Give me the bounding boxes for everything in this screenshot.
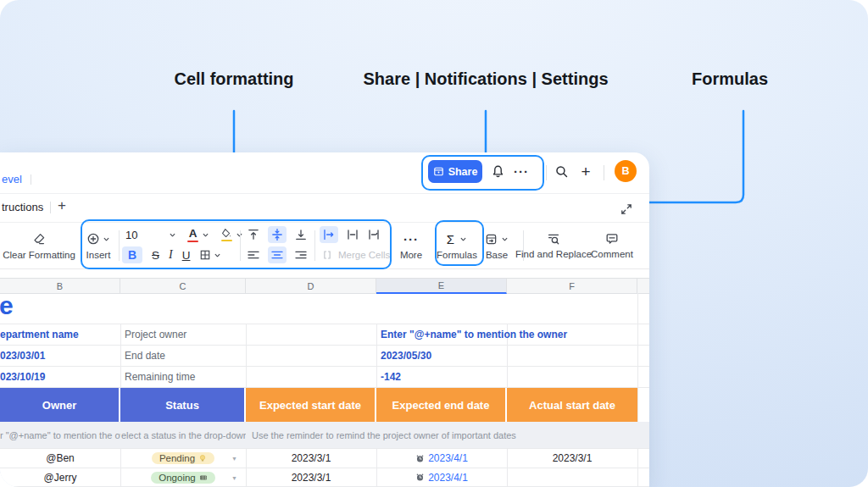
font-size-dropdown[interactable]: 10 xyxy=(125,229,176,241)
plus-icon: + xyxy=(581,163,590,180)
header-expected-start[interactable]: Expected start date xyxy=(246,388,376,422)
hint-owner: r "@+name" to mention the ow xyxy=(0,422,120,449)
cell-project-owner: Project owner xyxy=(125,329,186,340)
chevron-down-icon xyxy=(169,231,176,239)
cell-status-dropdown[interactable]: Ongoing ▼ xyxy=(120,468,246,486)
text-clip-button[interactable] xyxy=(367,228,381,241)
borders-button[interactable] xyxy=(199,249,221,261)
header-owner[interactable]: Owner xyxy=(0,388,120,422)
caret-down-icon: ▼ xyxy=(231,456,237,462)
font-size-value: 10 xyxy=(125,229,137,241)
clear-formatting-label: Clear Formatting xyxy=(3,250,75,260)
formatting-toolbar: Clear Formatting Insert 10 xyxy=(0,222,649,269)
header-expected-end[interactable]: Expected end date xyxy=(376,388,507,422)
bold-button[interactable]: B xyxy=(122,246,142,263)
cell-remaining-time-label: Remaining time xyxy=(125,371,195,383)
cell-owner[interactable]: @Ben xyxy=(0,449,120,468)
chevron-down-icon xyxy=(202,231,209,239)
vertical-align-middle-button[interactable] xyxy=(268,226,287,243)
formulas-label: Formulas xyxy=(437,250,477,260)
cell-expected-start[interactable]: 2023/3/1 xyxy=(246,468,376,486)
toolbar-divider xyxy=(314,230,315,261)
cell-status-dropdown[interactable]: Pending ▼ xyxy=(120,449,246,468)
strikethrough-button[interactable]: S xyxy=(152,249,159,262)
cell-current-date: 023/10/19 xyxy=(0,371,45,383)
breadcrumb[interactable]: evel xyxy=(2,173,22,185)
vertical-align-bottom-button[interactable] xyxy=(294,228,308,241)
column-header-c[interactable]: C xyxy=(120,279,246,294)
table-row: @Ben Pending ▼ 2023/3/1 2023/4/1 2023/3/… xyxy=(0,449,649,468)
more-tools-button[interactable]: ··· More xyxy=(392,223,431,268)
tab-instructions[interactable]: tructions xyxy=(2,201,43,213)
callout-label-formulas: Formulas xyxy=(692,69,768,89)
info-row-1[interactable]: epartment name Project owner Enter "@+na… xyxy=(0,324,649,346)
new-document-button[interactable]: + xyxy=(576,162,595,180)
clear-formatting-button[interactable]: Clear Formatting xyxy=(0,223,78,268)
expand-icon[interactable] xyxy=(620,202,633,216)
sheet-tab-bar: tructions + xyxy=(0,193,649,222)
comment-label: Comment xyxy=(591,249,633,259)
breadcrumb-divider xyxy=(31,174,31,185)
window-topbar: evel Share ··· xyxy=(0,152,649,194)
cell-department-name: epartment name xyxy=(0,329,79,340)
cell-expected-end[interactable]: 2023/4/1 xyxy=(376,449,507,468)
add-sheet-button[interactable]: + xyxy=(58,197,66,214)
text-overflow-button[interactable] xyxy=(346,228,359,241)
underline-button[interactable]: U xyxy=(182,249,191,262)
column-header-d[interactable]: D xyxy=(246,279,376,294)
italic-button[interactable]: I xyxy=(169,248,173,262)
font-color-button[interactable]: A xyxy=(187,227,209,243)
column-header-gutter xyxy=(637,279,649,294)
column-header-b[interactable]: B xyxy=(0,279,120,294)
cell-expected-end[interactable]: 2023/4/1 xyxy=(376,468,507,486)
align-left-button[interactable] xyxy=(247,248,260,262)
cell-expected-start[interactable]: 2023/3/1 xyxy=(246,449,376,468)
align-right-button[interactable] xyxy=(294,248,308,262)
callout-label-share-notifications-settings: Share | Notifications | Settings xyxy=(363,69,608,89)
chevron-down-icon xyxy=(103,235,110,243)
share-icon xyxy=(433,166,444,177)
insert-button[interactable]: Insert xyxy=(78,223,119,268)
base-icon xyxy=(485,233,498,246)
hint-dates: Use the reminder to remind the project o… xyxy=(246,422,637,449)
font-color-swatch xyxy=(187,241,198,243)
topbar-divider-2 xyxy=(604,165,604,180)
text-wrap-button[interactable] xyxy=(320,226,338,243)
alarm-clock-icon xyxy=(415,454,425,463)
status-badge-pending: Pending xyxy=(152,452,214,464)
comment-button[interactable]: Comment xyxy=(580,223,644,268)
toolbar-divider xyxy=(119,230,120,261)
share-button[interactable]: Share xyxy=(428,160,482,183)
info-row-3[interactable]: 023/10/19 Remaining time -142 xyxy=(0,367,649,388)
cell-actual-start[interactable]: 2023/3/1 xyxy=(507,449,637,468)
avatar[interactable]: B xyxy=(615,160,637,182)
eraser-icon xyxy=(32,231,46,246)
header-status[interactable]: Status xyxy=(120,388,246,422)
cell-actual-start[interactable] xyxy=(507,468,637,486)
align-center-button[interactable] xyxy=(268,246,287,263)
cell-owner[interactable]: @Jerry xyxy=(0,468,120,486)
vertical-align-top-button[interactable] xyxy=(247,228,260,241)
toolbar-divider xyxy=(240,230,241,261)
more-options-button[interactable]: ··· xyxy=(512,162,531,180)
merge-cells-label: Merge Cells xyxy=(338,250,390,260)
table-hint-row: r "@+name" to mention the ow elect a sta… xyxy=(0,422,649,449)
table-row: @Jerry Ongoing ▼ 2023/3/1 2023/4/1 xyxy=(0,468,649,487)
hint-status: elect a status in the drop-down lis xyxy=(121,422,246,449)
column-header-e-selected[interactable]: E xyxy=(376,279,507,294)
info-row-2[interactable]: 023/03/01 End date 2023/05/30 xyxy=(0,346,649,367)
bulb-icon xyxy=(198,454,207,462)
base-label: Base xyxy=(486,250,508,260)
avatar-letter: B xyxy=(621,165,629,177)
column-header-f[interactable]: F xyxy=(507,279,637,294)
search-button[interactable] xyxy=(552,162,570,180)
sigma-icon: Σ xyxy=(447,232,454,246)
cell-start-date: 023/03/01 xyxy=(0,350,45,362)
merge-cells-button[interactable]: Merge Cells xyxy=(321,246,390,264)
notifications-button[interactable] xyxy=(488,162,507,180)
cell-mention-hint: Enter "@+name" to mention the owner xyxy=(381,329,567,340)
header-actual-start[interactable]: Actual start date xyxy=(507,388,637,422)
insert-label: Insert xyxy=(86,250,111,260)
sheet-title-row[interactable]: e xyxy=(0,293,649,324)
bell-icon xyxy=(491,164,505,179)
